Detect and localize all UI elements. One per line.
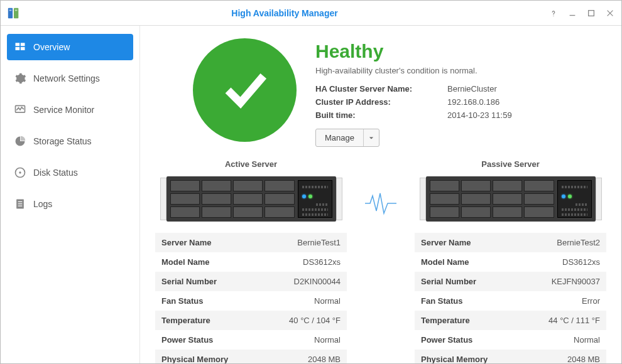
sidebar-item-overview[interactable]: Overview: [7, 34, 133, 60]
cluster-ip-label: Cluster IP Address:: [315, 97, 447, 107]
table-row: Serial NumberD2KIN00044: [155, 272, 347, 291]
manage-button-caret[interactable]: [364, 129, 379, 146]
svg-rect-6: [589, 10, 594, 16]
svg-rect-19: [18, 206, 23, 206]
sidebar-item-label: Disk Status: [33, 168, 78, 178]
spec-label: Power Status: [415, 330, 521, 350]
spec-value: Normal: [261, 330, 347, 350]
spec-label: Temperature: [155, 311, 261, 330]
sidebar-item-storage-status[interactable]: Storage Status: [7, 128, 133, 154]
spec-value: BernieTest2: [521, 233, 606, 252]
pie-chart-icon: [13, 134, 27, 148]
sidebar-item-label: Storage Status: [33, 136, 92, 146]
cluster-name-row: HA Cluster Server Name: BernieCluster: [315, 84, 606, 94]
active-server-title: Active Server: [155, 159, 347, 169]
close-button[interactable]: [605, 8, 615, 18]
spec-value: 2048 MB: [261, 350, 347, 363]
spec-value: Normal: [521, 330, 606, 350]
active-server-column: Active Server Server NameBernieTest1 Mod…: [155, 159, 347, 363]
active-server-image: [160, 176, 342, 222]
spec-label: Fan Status: [415, 291, 521, 311]
summary-block: Healthy High-availability cluster's cond…: [155, 38, 606, 147]
table-row: Temperature40 °C / 104 °F: [155, 311, 347, 330]
sidebar-item-label: Network Settings: [33, 73, 100, 83]
titlebar: High Availability Manager: [1, 1, 621, 26]
table-row: Fan StatusNormal: [155, 291, 347, 311]
spec-label: Model Name: [155, 252, 261, 272]
disk-icon: [13, 166, 27, 179]
help-button[interactable]: [548, 8, 559, 18]
manage-button-label[interactable]: Manage: [316, 129, 364, 146]
logs-icon: [13, 197, 27, 211]
svg-rect-10: [21, 43, 25, 46]
svg-rect-12: [21, 47, 25, 50]
table-row: Model NameDS3612xs: [155, 252, 347, 272]
manage-button[interactable]: Manage: [315, 129, 379, 147]
table-row: Temperature44 °C / 111 °F: [415, 311, 606, 330]
table-row: Power StatusNormal: [415, 330, 606, 350]
status-title: Healthy: [315, 41, 606, 62]
svg-rect-18: [18, 203, 23, 204]
spec-value: Normal: [261, 291, 347, 311]
overview-icon: [13, 40, 27, 54]
table-row: Power StatusNormal: [155, 330, 347, 350]
svg-rect-1: [14, 8, 18, 18]
sidebar-item-label: Logs: [33, 199, 52, 209]
app-window: High Availability Manager Overview Netwo…: [0, 0, 622, 364]
svg-rect-0: [8, 8, 13, 18]
sidebar-item-service-monitor[interactable]: Service Monitor: [7, 97, 133, 123]
table-row: Server NameBernieTest2: [415, 233, 606, 252]
passive-server-column: Passive Server Server NameBernieTest2 Mo…: [415, 159, 606, 363]
sidebar-item-logs[interactable]: Logs: [7, 191, 133, 217]
window-controls: [548, 8, 615, 18]
heartbeat-icon: [362, 191, 400, 216]
spec-value: KEJFN90037: [521, 272, 606, 291]
status-subtext: High-availability cluster's condition is…: [315, 66, 606, 75]
sidebar-item-network-settings[interactable]: Network Settings: [7, 65, 133, 92]
built-time-value: 2014-10-23 11:59: [447, 110, 512, 120]
svg-rect-2: [9, 9, 12, 11]
spec-value: 40 °C / 104 °F: [261, 311, 347, 330]
sidebar-item-disk-status[interactable]: Disk Status: [7, 159, 133, 186]
spec-label: Fan Status: [155, 291, 261, 311]
svg-rect-11: [16, 47, 20, 50]
spec-value: DS3612xs: [261, 252, 347, 272]
svg-rect-3: [15, 9, 18, 11]
table-row: Physical Memory2048 MB: [155, 350, 347, 363]
spec-label: Server Name: [155, 233, 261, 252]
spec-label: Physical Memory: [155, 350, 261, 363]
cluster-name-label: HA Cluster Server Name:: [315, 84, 447, 94]
spec-value: 2048 MB: [521, 350, 606, 363]
table-row: Server NameBernieTest1: [155, 233, 347, 252]
spec-value: D2KIN00044: [261, 272, 347, 291]
table-row: Serial NumberKEJFN90037: [415, 272, 606, 291]
spec-label: Power Status: [155, 330, 261, 350]
svg-rect-17: [18, 201, 23, 202]
svg-point-15: [19, 171, 21, 173]
table-row: Model NameDS3612xs: [415, 252, 606, 272]
manage-row: Manage: [315, 129, 606, 147]
cluster-ip-row: Cluster IP Address: 192.168.0.186: [315, 97, 606, 107]
sidebar: Overview Network Settings Service Monito…: [1, 26, 140, 363]
summary-info: Healthy High-availability cluster's cond…: [315, 38, 606, 147]
spec-value: DS3612xs: [521, 252, 606, 272]
spec-label: Serial Number: [155, 272, 261, 291]
active-server-table: Server NameBernieTest1 Model NameDS3612x…: [155, 233, 347, 363]
app-icon: [7, 6, 21, 20]
svg-point-4: [553, 15, 554, 16]
spec-label: Temperature: [415, 311, 521, 330]
main-panel: Healthy High-availability cluster's cond…: [140, 26, 621, 363]
spec-label: Physical Memory: [415, 350, 521, 363]
sidebar-item-label: Overview: [33, 42, 70, 52]
minimize-button[interactable]: [567, 8, 577, 18]
table-row: Physical Memory2048 MB: [415, 350, 606, 363]
table-row: Fan StatusError: [415, 291, 606, 311]
passive-server-image: [420, 176, 602, 222]
monitor-icon: [13, 103, 27, 117]
maximize-button[interactable]: [586, 8, 596, 18]
spec-label: Serial Number: [415, 272, 521, 291]
spec-value: Error: [521, 291, 606, 311]
body: Overview Network Settings Service Monito…: [1, 26, 621, 363]
servers-section: Active Server Server NameBernieTest1 Mod…: [155, 159, 606, 363]
spec-value: 44 °C / 111 °F: [521, 311, 606, 330]
